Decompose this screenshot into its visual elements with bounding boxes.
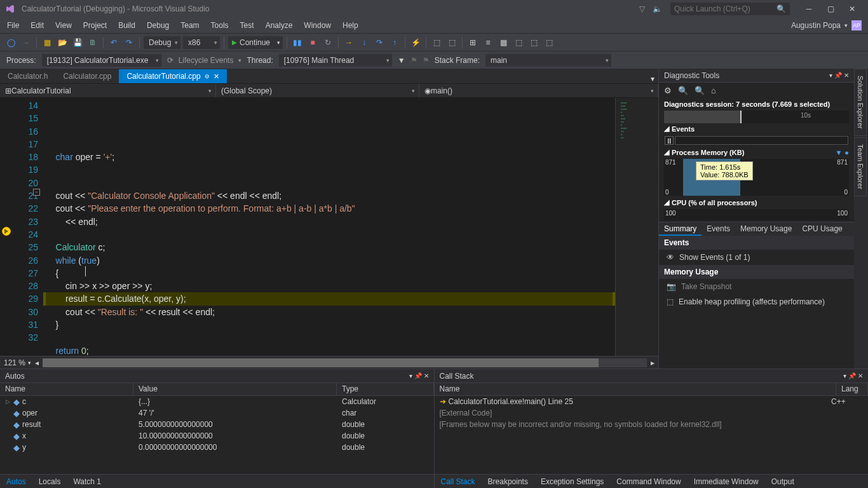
cpu-graph[interactable]: 100 100	[664, 209, 849, 220]
tool-btn-4[interactable]: ⬚	[512, 36, 526, 50]
filter-icon[interactable]: ▼	[398, 56, 405, 65]
process-combo[interactable]: [19132] CalculatorTutorial.exe	[41, 53, 162, 67]
panel-menu-icon[interactable]: ▾	[409, 372, 412, 379]
lifecycle-icon[interactable]: ⟳	[167, 56, 173, 65]
memory-graph[interactable]: 871 0 871 0 Time: 1.615s Value: 788.0KB	[664, 159, 849, 196]
pin-icon[interactable]: ⊖	[205, 73, 210, 79]
tab-watch1[interactable]: Watch 1	[67, 475, 107, 488]
tab-output[interactable]: Output	[765, 475, 801, 488]
intellitrace-button[interactable]: ⚡	[409, 36, 423, 50]
side-tab-solution-explorer[interactable]: Solution Explorer	[854, 69, 867, 136]
panel-menu-icon[interactable]: ▾	[843, 372, 846, 379]
callstack-row[interactable]: ➜ CalculatorTutorial.exe!main() Line 25C…	[435, 396, 869, 407]
menu-file[interactable]: File	[1, 19, 25, 32]
show-events-link[interactable]: 👁Show Events (1 of 1)	[659, 250, 854, 265]
quick-launch-input[interactable]	[674, 4, 776, 13]
step-out-button[interactable]: ↑	[388, 36, 402, 50]
restart-button[interactable]: ↻	[321, 36, 335, 50]
continue-button[interactable]: ▶ Continue	[227, 36, 283, 50]
open-file-button[interactable]: 📂	[55, 36, 69, 50]
panel-close-icon[interactable]: ✕	[424, 372, 429, 379]
nav-member[interactable]: ◉ main()	[419, 84, 658, 97]
flag-icon[interactable]: ⚑	[410, 56, 417, 65]
panel-close-icon[interactable]: ✕	[844, 72, 849, 79]
stackframe-combo[interactable]: main	[485, 53, 612, 67]
scroll-right-button[interactable]: ▸	[651, 358, 654, 367]
tool-btn-1[interactable]: ⊞	[466, 36, 480, 50]
menu-tools[interactable]: Tools	[205, 19, 234, 32]
memory-section-header[interactable]: ◢ Process Memory (KB)▼ ●	[664, 148, 849, 156]
tab-command-window[interactable]: Command Window	[610, 475, 687, 488]
stop-button[interactable]: ■	[306, 36, 320, 50]
tab-autos[interactable]: Autos	[0, 475, 32, 488]
tab-locals[interactable]: Locals	[32, 475, 67, 488]
panel-close-icon[interactable]: ✕	[858, 372, 863, 379]
zoom-control[interactable]: 121 % ▾	[4, 358, 31, 367]
autos-row[interactable]: ▷◆c{...}Calculator	[0, 396, 434, 407]
break-all-button[interactable]: ▮▮	[290, 36, 304, 50]
zoom-in-icon[interactable]: 🔍	[678, 86, 688, 95]
close-button[interactable]: ✕	[841, 1, 863, 17]
menu-window[interactable]: Window	[298, 19, 337, 32]
menu-test[interactable]: Test	[234, 19, 260, 32]
menu-analyze[interactable]: Analyze	[260, 19, 299, 32]
save-all-button[interactable]: 🗎	[86, 36, 100, 50]
menu-team[interactable]: Team	[175, 19, 205, 32]
overview-ruler[interactable]: ■■■■■■■■■■■■■■■■■■■■■■■■■■■■■	[615, 98, 658, 356]
editor-body[interactable]: 14151617181920212223242526272829303132 −…	[0, 98, 658, 356]
undo-button[interactable]: ↶	[107, 36, 121, 50]
quick-launch[interactable]: 🔍	[670, 2, 790, 16]
new-project-button[interactable]: ▦	[40, 36, 54, 50]
autos-grid[interactable]: ▷◆c{...}Calculator◆oper47 '/'char◆result…	[0, 396, 434, 474]
minimize-button[interactable]: ─	[798, 1, 820, 17]
tab-calculator-h[interactable]: Calculator.h	[0, 69, 55, 83]
nav-scope[interactable]: (Global Scope)	[216, 84, 419, 97]
nav-fwd-button[interactable]: →	[19, 36, 33, 50]
lifecycle-label[interactable]: Lifecycle Events	[179, 56, 234, 65]
breakpoint-gutter[interactable]	[0, 98, 13, 356]
tab-overflow-button[interactable]: ▾	[647, 74, 658, 83]
take-snapshot-link[interactable]: 📷Take Snapshot	[659, 279, 854, 294]
menu-build[interactable]: Build	[112, 19, 141, 32]
flag2-icon[interactable]: ⚑	[423, 56, 430, 65]
tool-btn-5[interactable]: ⬚	[527, 36, 541, 50]
autos-row[interactable]: ◆x10.000000000000000double	[0, 430, 434, 442]
tool-btn-3[interactable]: ▦	[496, 36, 510, 50]
menu-view[interactable]: View	[50, 19, 78, 32]
tab-exception-settings[interactable]: Exception Settings	[534, 475, 610, 488]
diag-tab-memory[interactable]: Memory Usage	[735, 222, 797, 236]
tab-calculatortutorial-cpp[interactable]: CalculatorTutorial.cpp ⊖ ✕	[119, 69, 226, 83]
diag-tab-cpu[interactable]: CPU Usage	[797, 222, 847, 236]
tab-callstack[interactable]: Call Stack	[435, 475, 482, 488]
cpu-section-header[interactable]: ◢ CPU (% of all processors)	[664, 198, 849, 207]
fold-button[interactable]: −	[33, 189, 40, 196]
panel-pin-icon[interactable]: 📌	[834, 72, 842, 79]
step-into-button[interactable]: ↓	[357, 36, 371, 50]
menu-help[interactable]: Help	[337, 19, 364, 32]
tab-breakpoints[interactable]: Breakpoints	[482, 475, 534, 488]
tool-btn-2[interactable]: ≡	[481, 36, 495, 50]
menu-project[interactable]: Project	[78, 19, 112, 32]
events-section-header[interactable]: ◢ Events	[664, 125, 849, 133]
maximize-button[interactable]: ▢	[820, 1, 841, 17]
scroll-left-button[interactable]: ◂	[35, 358, 39, 367]
show-next-stmt-button[interactable]: →	[342, 36, 356, 50]
platform-combo[interactable]: x86	[182, 36, 220, 50]
tool-btn-6[interactable]: ⬚	[542, 36, 556, 50]
menu-debug[interactable]: Debug	[141, 19, 175, 32]
redo-button[interactable]: ↷	[122, 36, 136, 50]
gear-icon[interactable]: ⚙	[664, 86, 672, 95]
autos-row[interactable]: ◆result5.0000000000000000double	[0, 419, 434, 430]
config-combo[interactable]: Debug	[143, 36, 181, 50]
tab-calculator-cpp[interactable]: Calculator.cpp	[55, 69, 119, 83]
zoom-out-icon[interactable]: 🔍	[695, 86, 705, 95]
side-tab-team-explorer[interactable]: Team Explorer	[854, 137, 867, 196]
heap-profiling-link[interactable]: ⬚Enable heap profiling (affects performa…	[659, 294, 854, 309]
hex-button[interactable]: ⬚	[430, 36, 444, 50]
callstack-row[interactable]: [Frames below may be incorrect and/or mi…	[435, 419, 869, 430]
step-over-button[interactable]: ↷	[372, 36, 386, 50]
autos-row[interactable]: ◆oper47 '/'char	[0, 407, 434, 419]
diag-timeline[interactable]: 10s	[664, 111, 849, 123]
panel-menu-icon[interactable]: ▾	[829, 72, 832, 79]
thread-combo[interactable]: [10976] Main Thread	[278, 53, 393, 67]
